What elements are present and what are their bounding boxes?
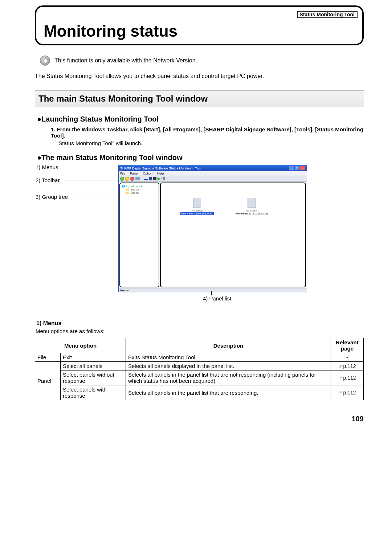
app-toolbar (119, 176, 307, 182)
cell-desc: Selects all panels in the panel list tha… (126, 385, 331, 400)
toolbar-list-icon[interactable] (162, 177, 165, 180)
callout-menus: 1) Menus (36, 164, 58, 171)
menus-heading: 1) Menus (36, 320, 364, 327)
th-relevant-page: Relevant page (331, 338, 364, 353)
toolbar-play-icon[interactable] (158, 177, 160, 181)
app-titlebar: SHARP Digital Signage Software Status Mo… (119, 165, 307, 171)
info-icon (40, 56, 50, 66)
app-title: SHARP Digital Signage Software Status Mo… (120, 167, 201, 170)
page-title: Monitoring status (44, 22, 177, 40)
step-1-result: "Status Monitoring Tool" will launch. (57, 140, 364, 146)
toolbar-dash-icon[interactable] (144, 179, 148, 180)
cell-desc: Selects all panels displayed in the pane… (126, 362, 331, 370)
close-icon[interactable]: × (300, 166, 305, 171)
tree-item-shopb[interactable]: 📁 ShopB (126, 191, 157, 194)
app-window: SHARP Digital Signage Software Status Mo… (118, 165, 307, 292)
menu-option[interactable]: Option (143, 172, 153, 175)
maximize-icon[interactable]: □ (294, 166, 300, 171)
cell-page: - (331, 353, 364, 362)
cell-desc: Selects all panels in the panel list tha… (126, 370, 331, 385)
step-1: 1. From the Windows Taskbar, click [Star… (51, 126, 364, 139)
tree-item-shopa[interactable]: 📁 ShopA (126, 188, 157, 191)
app-statusbar: Ready (119, 288, 307, 292)
cell-page: ☞p.112 (331, 385, 364, 400)
table-row: File Exit Exits Status Monitoring Tool. … (35, 353, 364, 362)
cell-menu: Panel (35, 362, 61, 400)
toolbar-stop-icon[interactable] (149, 177, 152, 180)
intro-text: The Status Monitoring Tool allows you to… (35, 73, 364, 79)
menu-panel[interactable]: Panel (130, 172, 138, 175)
tree-pane: 🌐 List of panels 📁 ShopA 📁 ShopB (119, 183, 159, 287)
title-box: Monitoring status (35, 5, 364, 45)
tree-item-label: ShopA (130, 188, 139, 191)
table-row: Panel Select all panels Selects all pane… (35, 362, 364, 370)
toolbar-blackstop-icon[interactable] (153, 177, 156, 180)
subheading-launching: ●Launching Status Monitoring Tool (37, 115, 364, 123)
callout-group-tree: 3) Group tree (36, 194, 68, 200)
cell-page: ☞p.112 (331, 370, 364, 385)
page-number: 109 (35, 415, 364, 423)
toolbar-red-icon[interactable] (130, 177, 134, 181)
section-heading: The main Status Monitoring Tool window (35, 90, 364, 107)
cell-option: Select panels with response (61, 385, 126, 400)
diagram: 1) Menus 2) Toolbar 3) Group tree SHARP … (35, 164, 364, 316)
panel-label: New Panel 2 [192.168.xx.xx] (235, 212, 269, 215)
toolbar-green-icon[interactable] (120, 177, 124, 181)
panel-list-pane: No Status New Panel 1 [192.168.xx.xx] No… (160, 183, 306, 287)
panel-icon (193, 198, 201, 208)
panel-label: New Panel 1 [192.168.xx.xx] (180, 212, 214, 215)
toolbar-yellow-icon[interactable] (125, 177, 129, 181)
th-menu-option: Menu option (35, 338, 126, 353)
minimize-icon[interactable]: _ (289, 166, 294, 171)
menu-table: Menu option Description Relevant page Fi… (35, 338, 364, 400)
panel-icon (248, 198, 256, 208)
table-row: Select panels without response Selects a… (35, 370, 364, 385)
tree-root[interactable]: 🌐 List of panels (122, 185, 157, 188)
menu-help[interactable]: Help (157, 172, 164, 175)
toolbar-refresh-icon[interactable] (135, 177, 140, 180)
subheading-main-window: ●The main Status Monitoring Tool window (37, 153, 364, 162)
cell-option: Select all panels (61, 362, 126, 370)
callout-toolbar: 2) Toolbar (36, 177, 60, 184)
tree-item-label: ShopB (130, 191, 139, 194)
info-text: This function is only available with the… (54, 57, 197, 64)
cell-menu: File (35, 353, 61, 362)
cell-page: ☞p.112 (331, 362, 364, 370)
table-row: Select panels with response Selects all … (35, 385, 364, 400)
panel-status: No Status (230, 209, 273, 212)
cell-desc: Exits Status Monitoring Tool. (126, 353, 331, 362)
panel-status: No Status (175, 209, 219, 212)
cell-option: Exit (61, 353, 126, 362)
th-description: Description (126, 338, 331, 353)
app-menubar: File Panel Option Help (119, 171, 307, 176)
callout-panel-list: 4) Panel list (203, 295, 231, 302)
panel-item[interactable]: No Status New Panel 1 [192.168.xx.xx] (175, 198, 219, 215)
tree-root-label: List of panels (126, 185, 143, 188)
cell-option: Select panels without response (61, 370, 126, 385)
panel-item[interactable]: No Status New Panel 2 [192.168.xx.xx] (230, 198, 273, 215)
menu-file[interactable]: File (120, 172, 126, 175)
menus-intro: Menu options are as follows: (36, 328, 364, 334)
